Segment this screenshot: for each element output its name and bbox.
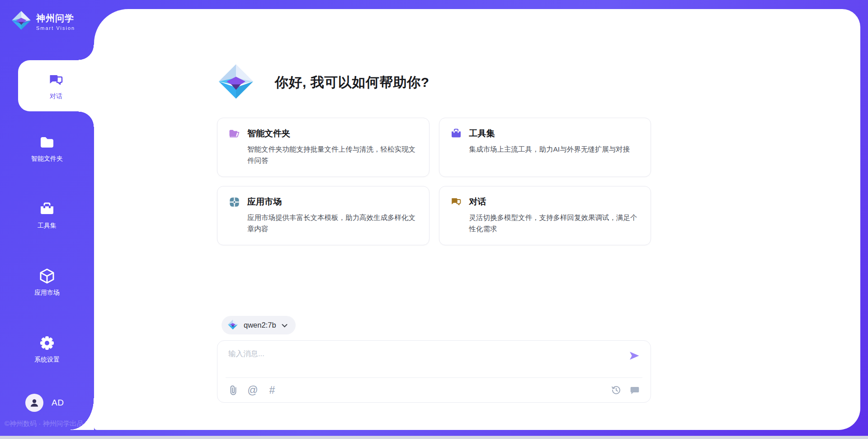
- user-initials: AD: [52, 398, 64, 408]
- sidebar-item-label: 应用市场: [34, 289, 60, 297]
- user-profile[interactable]: AD: [25, 394, 64, 412]
- sidebar-item-toolset[interactable]: 工具集: [0, 200, 94, 230]
- gear-icon: [38, 334, 56, 352]
- hashtag-icon[interactable]: #: [266, 384, 278, 396]
- mention-icon[interactable]: @: [247, 384, 259, 396]
- avatar: [25, 394, 43, 412]
- model-selector[interactable]: qwen2:7b: [222, 316, 296, 334]
- chevron-down-icon: [282, 321, 288, 329]
- card-title: 应用市场: [247, 196, 282, 208]
- sidebar-item-label: 系统设置: [34, 356, 60, 364]
- message-input[interactable]: [228, 349, 616, 373]
- composer-divider: [226, 377, 642, 378]
- sidebar-item-settings[interactable]: 系统设置: [0, 334, 94, 364]
- model-selector-row: qwen2:7b: [217, 316, 651, 334]
- model-name: qwen2:7b: [244, 321, 276, 329]
- brand-subtitle: Smart Vision: [36, 25, 75, 31]
- message-composer: @ #: [217, 340, 651, 403]
- chat-icon: [47, 72, 65, 89]
- model-logo-icon: [227, 319, 238, 332]
- card-app-market[interactable]: 应用市场 应用市场提供丰富长文本模板，助力高效生成多样化文章内容: [217, 186, 429, 245]
- apps-icon: [228, 196, 240, 208]
- copyright: ©神州数码 · 神州问学出品: [5, 420, 83, 428]
- card-description: 智能文件夹功能支持批量文件上传与清洗，轻松实现文件问答: [247, 143, 418, 166]
- chat-icon: [450, 196, 462, 208]
- sidebar-item-label: 工具集: [38, 222, 57, 230]
- briefcase-icon: [38, 200, 56, 218]
- card-title: 对话: [469, 196, 486, 208]
- greeting-text: 你好, 我可以如何帮助你?: [275, 73, 429, 92]
- attachment-icon[interactable]: [227, 384, 239, 396]
- greeting-logo-icon: [217, 62, 255, 102]
- folder-icon: [228, 128, 240, 139]
- sidebar-item-label: 对话: [50, 92, 62, 100]
- card-description: 应用市场提供丰富长文本模板，助力高效生成多样化文章内容: [247, 212, 418, 234]
- brand: 神州问学 Smart Vision: [11, 10, 75, 33]
- card-chat[interactable]: 对话 灵活切换多模型文件，支持多样回复效果调试，满足个性化需求: [439, 186, 651, 245]
- chat-bubble-icon[interactable]: [629, 384, 641, 396]
- greeting-row: 你好, 我可以如何帮助你?: [217, 63, 651, 101]
- briefcase-icon: [450, 128, 462, 139]
- sidebar: 神州问学 Smart Vision 对话 智能文件夹: [0, 0, 94, 439]
- brand-name: 神州问学: [36, 12, 75, 24]
- brand-logo-icon: [11, 10, 32, 33]
- card-description: 灵活切换多模型文件，支持多样回复效果调试，满足个性化需求: [469, 212, 640, 234]
- cube-icon: [38, 267, 56, 285]
- sidebar-item-label: 智能文件夹: [31, 155, 63, 163]
- sidebar-item-folders[interactable]: 智能文件夹: [0, 134, 94, 163]
- main-content: 你好, 我可以如何帮助你? 智能文件夹 智能文件夹功能支持批量文件上传与清洗，轻…: [217, 0, 651, 439]
- folder-icon: [38, 134, 56, 151]
- card-description: 集成市场上主流工具，助力AI与外界无缝扩展与对接: [469, 143, 640, 155]
- card-title: 智能文件夹: [247, 128, 290, 139]
- feature-cards: 智能文件夹 智能文件夹功能支持批量文件上传与清洗，轻松实现文件问答 工具集 集成…: [217, 118, 651, 245]
- sidebar-item-chat[interactable]: 对话: [18, 60, 94, 111]
- card-smart-folder[interactable]: 智能文件夹 智能文件夹功能支持批量文件上传与清洗，轻松实现文件问答: [217, 118, 429, 177]
- card-title: 工具集: [469, 128, 495, 139]
- sidebar-item-app-market[interactable]: 应用市场: [0, 267, 94, 297]
- card-toolset[interactable]: 工具集 集成市场上主流工具，助力AI与外界无缝扩展与对接: [439, 118, 651, 177]
- history-icon[interactable]: [610, 384, 622, 396]
- send-icon[interactable]: [628, 349, 641, 362]
